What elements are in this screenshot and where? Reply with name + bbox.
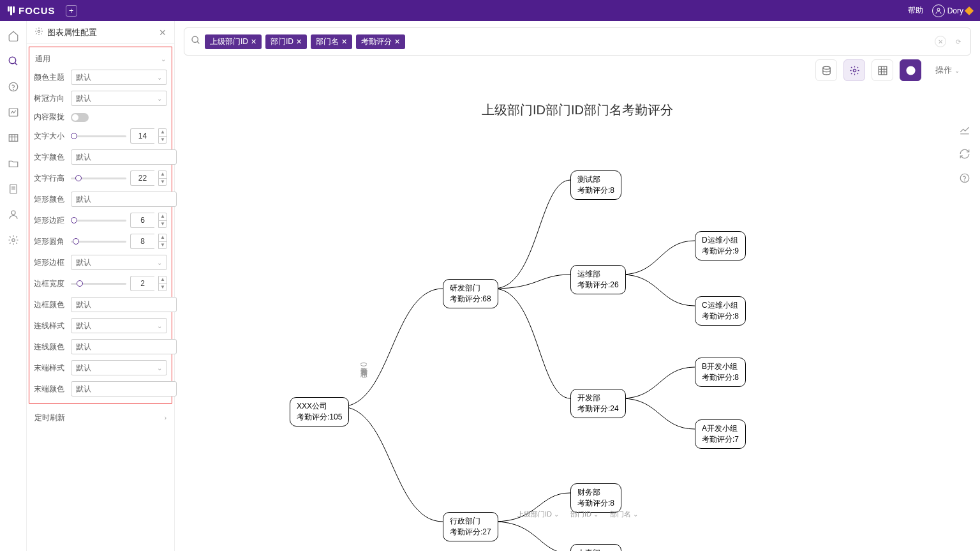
up-icon[interactable]: ▲ bbox=[159, 129, 167, 137]
panel-gear-icon bbox=[34, 27, 43, 38]
svg-rect-6 bbox=[9, 135, 18, 142]
line-height-slider[interactable] bbox=[71, 177, 126, 179]
end-color-input[interactable] bbox=[71, 381, 177, 396]
down-icon[interactable]: ▼ bbox=[159, 137, 167, 144]
tag-close-icon[interactable]: ✕ bbox=[251, 38, 256, 46]
font-size-input[interactable] bbox=[130, 128, 154, 144]
tree-node[interactable]: 开发部考勤评分:24 bbox=[570, 389, 626, 418]
clear-icon[interactable]: ✕ bbox=[935, 36, 946, 47]
border-color-input[interactable] bbox=[71, 297, 177, 312]
app-header: FOCUS + 帮助 Dory bbox=[0, 0, 980, 21]
home-icon[interactable] bbox=[6, 29, 20, 43]
font-size-slider[interactable] bbox=[71, 135, 126, 137]
line-style-select[interactable]: 默认⌄ bbox=[71, 318, 167, 333]
tree-node[interactable]: B开发小组考勤评分:8 bbox=[695, 358, 746, 387]
rect-border-select[interactable]: 默认⌄ bbox=[71, 255, 167, 270]
logo: FOCUS bbox=[8, 5, 56, 16]
svg-line-17 bbox=[197, 42, 199, 43]
refresh-icon[interactable]: ⟳ bbox=[953, 36, 964, 47]
diamond-icon bbox=[965, 6, 974, 15]
rect-radius-input[interactable] bbox=[130, 234, 154, 249]
tree-node[interactable]: D运维小组考勤评分:9 bbox=[695, 231, 746, 260]
svg-point-0 bbox=[937, 8, 940, 11]
line-color-input[interactable] bbox=[71, 339, 177, 354]
section-toggle[interactable]: 通用 ⌄ bbox=[34, 51, 167, 70]
help-link[interactable]: 帮助 bbox=[908, 5, 923, 16]
general-section: 通用 ⌄ 颜色主题默认⌄ 树冠方向默认⌄ 内容聚拢 文字大小▲▼ 文字颜色 文字… bbox=[29, 47, 172, 404]
svg-line-2 bbox=[15, 63, 17, 65]
user-name: Dory bbox=[947, 6, 963, 15]
chart-title: 上级部门ID部门ID部门名考勤评分 bbox=[175, 102, 980, 119]
timer-refresh-toggle[interactable]: 定时刷新 › bbox=[27, 406, 174, 430]
close-icon[interactable]: ✕ bbox=[159, 27, 167, 38]
tree-node[interactable]: XXX公司考勤评分:105 bbox=[290, 397, 349, 426]
svg-point-15 bbox=[38, 30, 40, 33]
logo-icon bbox=[8, 6, 15, 15]
svg-point-13 bbox=[11, 211, 15, 215]
tree-node[interactable]: C运维小组考勤评分:8 bbox=[695, 296, 746, 326]
user-icon[interactable] bbox=[6, 208, 20, 222]
search-bar: 上级部门ID✕ 部门ID✕ 部门名✕ 考勤评分✕ ✕ ⟳ bbox=[184, 27, 971, 56]
panel-header: 图表属性配置 ✕ bbox=[27, 21, 174, 44]
chevron-right-icon: › bbox=[165, 414, 167, 421]
rect-margin-input[interactable] bbox=[130, 213, 154, 228]
color-theme-select[interactable]: 默认⌄ bbox=[71, 70, 167, 85]
content-focus-toggle[interactable] bbox=[71, 113, 89, 122]
tree-node[interactable]: A开发小组考勤评分:7 bbox=[695, 419, 746, 449]
sidebar bbox=[0, 21, 27, 551]
logo-text: FOCUS bbox=[19, 5, 56, 16]
search-tag[interactable]: 考勤评分✕ bbox=[356, 34, 405, 49]
help-icon[interactable] bbox=[6, 80, 20, 94]
end-style-select[interactable]: 默认⌄ bbox=[71, 360, 167, 375]
panel-title: 图表属性配置 bbox=[47, 27, 97, 38]
svg-point-4 bbox=[13, 89, 13, 90]
user-menu[interactable]: Dory bbox=[932, 4, 972, 17]
tree-node[interactable]: 行政部门考勤评分:27 bbox=[443, 512, 498, 541]
gear-icon[interactable] bbox=[6, 233, 20, 247]
data-icon[interactable] bbox=[6, 182, 20, 196]
tree-node[interactable]: 运维部考勤评分:26 bbox=[570, 265, 626, 294]
axis-item[interactable]: 上级部门ID ⌄ bbox=[517, 509, 559, 519]
tree-node[interactable]: 人事部考勤评分:9 bbox=[570, 544, 621, 551]
svg-point-16 bbox=[192, 36, 198, 42]
svg-point-1 bbox=[9, 57, 16, 64]
rect-radius-slider[interactable] bbox=[71, 241, 126, 243]
search-icon[interactable] bbox=[6, 54, 20, 68]
content-area: 上级部门ID✕ 部门ID✕ 部门名✕ 考勤评分✕ ✕ ⟳ 操作⌄ 上级部门ID部… bbox=[175, 21, 980, 551]
table-icon[interactable] bbox=[6, 131, 20, 145]
rect-color-input[interactable] bbox=[71, 192, 177, 207]
search-glass-icon[interactable] bbox=[191, 35, 201, 48]
line-height-input[interactable] bbox=[130, 170, 154, 186]
border-width-input[interactable] bbox=[130, 276, 154, 291]
search-tag[interactable]: 部门名✕ bbox=[311, 34, 352, 49]
search-tag[interactable]: 上级部门ID✕ bbox=[205, 34, 262, 49]
border-width-slider[interactable] bbox=[71, 283, 126, 285]
tree-direction-select[interactable]: 默认⌄ bbox=[71, 91, 167, 106]
add-button[interactable]: + bbox=[66, 5, 77, 17]
tree-node[interactable]: 测试部考勤评分:8 bbox=[570, 170, 621, 200]
rect-margin-slider[interactable] bbox=[71, 220, 126, 222]
font-color-input[interactable] bbox=[71, 149, 177, 165]
svg-point-14 bbox=[11, 239, 15, 242]
chart-icon[interactable] bbox=[6, 105, 20, 119]
chevron-down-icon: ⌄ bbox=[161, 56, 166, 63]
avatar-icon bbox=[932, 4, 945, 17]
axis-item[interactable]: 部门名 ⌄ bbox=[610, 509, 638, 519]
search-tag[interactable]: 部门ID✕ bbox=[265, 34, 307, 49]
tree-node[interactable]: 财务部考勤评分:8 bbox=[570, 483, 621, 513]
tree-node[interactable]: 研发部门考勤评分:68 bbox=[443, 279, 498, 308]
chart-area: 上级部门ID部门ID部门名考勤评分 考勤评分(总和) ▷ XXX公 bbox=[175, 56, 980, 551]
x-axis: 上级部门ID ⌄ 部门ID ⌄ 部门名 ⌄ bbox=[517, 509, 638, 519]
folder-icon[interactable] bbox=[6, 156, 20, 170]
axis-item[interactable]: 部门ID ⌄ bbox=[570, 509, 598, 519]
config-panel: 图表属性配置 ✕ 通用 ⌄ 颜色主题默认⌄ 树冠方向默认⌄ 内容聚拢 文字大小▲… bbox=[27, 21, 175, 551]
